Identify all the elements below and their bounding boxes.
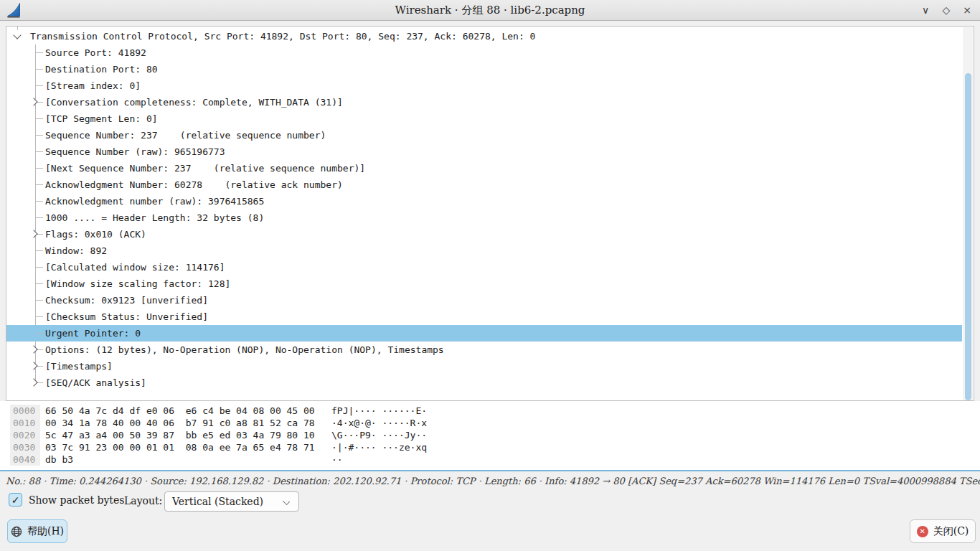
tree-row-label: 1000 .... = Header Length: 32 bytes (8) (45, 209, 264, 226)
hex-row[interactable]: 000066 50 4a 7c d4 df e0 06 e6 c4 be 04 … (0, 405, 980, 417)
tree-branch-line (36, 151, 43, 152)
show-packet-bytes-checkbox[interactable]: ✓ Show packet bytes (9, 493, 124, 507)
scrollbar-thumb[interactable] (965, 73, 971, 400)
tree-branch-line (36, 85, 43, 86)
tree-row-label: [SEQ/ACK analysis] (45, 375, 146, 391)
vertical-scrollbar[interactable] (963, 27, 973, 401)
tree-row[interactable]: Urgent Pointer: 0 (6, 325, 962, 342)
hex-bytes: 00 34 1a 78 40 00 40 06 b7 91 c0 a8 81 5… (45, 417, 315, 429)
expand-chevron-icon (29, 345, 37, 353)
help-button[interactable]: 帮助(H) (7, 519, 67, 543)
tree-row-label: [Calculated window size: 114176] (45, 259, 225, 276)
tree-branch-line (36, 283, 43, 284)
close-window-icon[interactable]: × (961, 0, 973, 21)
tree-row[interactable]: Acknowledgment Number: 60278 (relative a… (6, 176, 962, 193)
expand-chevron-icon (29, 230, 37, 237)
hex-bytes: 03 7c 91 23 00 00 01 01 08 0a ee 7a 65 e… (45, 441, 315, 453)
tree-row[interactable]: [SEQ/ACK analysis] (6, 375, 962, 391)
close-button[interactable]: ✕ 关闭(C) (910, 519, 976, 543)
tree-row-label: Sequence Number (raw): 965196773 (45, 143, 225, 160)
minimize-icon[interactable]: ∨ (920, 0, 931, 21)
hex-rows: 000066 50 4a 7c d4 df e0 06 e6 c4 be 04 … (0, 405, 980, 466)
packet-detail-tree: Transmission Control Protocol, Src Port:… (6, 26, 974, 401)
tree-row-label: Acknowledgment Number: 60278 (relative a… (45, 176, 343, 193)
tree-row[interactable]: Flags: 0x010 (ACK) (6, 226, 962, 242)
tree-branch-line (36, 267, 43, 268)
layout-label: Layout: (124, 495, 162, 507)
tree-row[interactable]: [Conversation completeness: Complete, WI… (6, 94, 962, 110)
hex-offset: 0010 (10, 417, 40, 429)
hex-offset: 0030 (10, 441, 40, 453)
tree-row[interactable]: Acknowledgment number (raw): 3976415865 (6, 193, 962, 209)
tree-row[interactable]: Destination Port: 80 (6, 61, 962, 77)
tree-branch-line (36, 316, 43, 317)
tree-branch-line (36, 217, 43, 218)
tree-branch-line (36, 52, 43, 53)
hex-bytes: 66 50 4a 7c d4 df e0 06 e6 c4 be 04 08 0… (45, 405, 315, 417)
hex-ascii: \G···P9· ····Jy·· (331, 429, 427, 441)
tree-row-label: Acknowledgment number (raw): 3976415865 (45, 193, 264, 209)
hex-row[interactable]: 001000 34 1a 78 40 00 40 06 b7 91 c0 a8 … (0, 417, 980, 429)
hex-row[interactable]: 003003 7c 91 23 00 00 01 01 08 0a ee 7a … (0, 441, 980, 453)
tree-row[interactable]: [Calculated window size: 114176] (6, 259, 962, 276)
hex-bytes: db b3 (45, 453, 73, 466)
pane-separator (0, 470, 980, 471)
hex-ascii: ·· (331, 453, 343, 466)
tree-row-label: Source Port: 41892 (45, 44, 146, 61)
tree-row[interactable]: [TCP Segment Len: 0] (6, 110, 962, 127)
help-globe-icon (11, 526, 22, 537)
tree-row-label: [TCP Segment Len: 0] (45, 110, 158, 127)
window-title: Wireshark · 分组 88 · lib6-2.pcapng (0, 0, 980, 21)
tree-row[interactable]: Source Port: 41892 (6, 44, 962, 61)
tree-row[interactable]: Window: 892 (6, 242, 962, 259)
tree-row[interactable]: 1000 .... = Header Length: 32 bytes (8) (6, 209, 962, 226)
layout-dropdown[interactable]: Vertical (Stacked) (164, 491, 299, 512)
hex-row[interactable]: 00205c 47 a3 a4 00 50 39 87 bb e5 ed 03 … (0, 429, 980, 441)
checkbox-check-icon[interactable]: ✓ (9, 493, 22, 507)
chevron-down-icon (283, 498, 290, 505)
expand-chevron-icon (13, 31, 21, 39)
hex-offset: 0040 (10, 453, 40, 466)
tree-row-label: Options: (12 bytes), No-Operation (NOP),… (45, 342, 444, 358)
tree-row-label: Transmission Control Protocol, Src Port:… (30, 28, 535, 44)
maximize-icon[interactable]: ◇ (941, 0, 952, 21)
hex-offset: 0000 (10, 405, 40, 417)
tree-row[interactable]: [Window size scaling factor: 128] (6, 276, 962, 292)
hex-ascii: ·4·x@·@· ·····R·x (331, 417, 427, 429)
tree-row-label: Destination Port: 80 (45, 61, 158, 77)
tree-row[interactable]: Sequence Number (raw): 965196773 (6, 143, 962, 160)
tree-row[interactable]: [Checksum Status: Unverified] (6, 309, 962, 325)
packet-summary-line: No.: 88 · Time: 0.244264130 · Source: 19… (6, 474, 976, 489)
tree-branch-line (36, 333, 43, 334)
expand-chevron-icon (29, 378, 37, 386)
tree-row[interactable]: [Stream index: 0] (6, 77, 962, 94)
tree-row[interactable]: [Timestamps] (6, 358, 962, 375)
hex-ascii: ·|·#···· ···ze·xq (331, 441, 427, 453)
tree-row-label: [Conversation completeness: Complete, WI… (45, 94, 343, 110)
tree-row[interactable]: Options: (12 bytes), No-Operation (NOP),… (6, 342, 962, 358)
help-button-label: 帮助(H) (27, 525, 64, 538)
expand-chevron-icon (29, 362, 37, 369)
tree-row-label: [Next Sequence Number: 237 (relative seq… (45, 160, 365, 176)
hex-row[interactable]: 0040db b3·· (0, 453, 980, 466)
tree-row-label: [Window size scaling factor: 128] (45, 276, 230, 292)
tree-rows: Transmission Control Protocol, Src Port:… (6, 27, 962, 400)
tree-row-label: Window: 892 (45, 242, 107, 259)
tree-row[interactable]: Checksum: 0x9123 [unverified] (6, 292, 962, 309)
hex-bytes: 5c 47 a3 a4 00 50 39 87 bb e5 ed 03 4a 7… (45, 429, 315, 441)
tree-row-label: [Stream index: 0] (45, 77, 141, 94)
layout-dropdown-value: Vertical (Stacked) (172, 496, 263, 507)
tree-row-label: Urgent Pointer: 0 (45, 325, 141, 342)
tree-row[interactable]: [Next Sequence Number: 237 (relative seq… (6, 160, 962, 176)
tree-row[interactable]: Transmission Control Protocol, Src Port:… (6, 28, 962, 44)
hex-offset: 0020 (10, 429, 40, 441)
tree-row-label: [Checksum Status: Unverified] (45, 309, 208, 325)
close-button-label: 关闭(C) (933, 525, 969, 538)
tree-branch-line (36, 168, 43, 169)
tree-branch-line (36, 300, 43, 301)
hex-ascii: fPJ|···· ······E· (331, 405, 427, 417)
title-bar: Wireshark · 分组 88 · lib6-2.pcapng ∨ ◇ × (0, 0, 980, 21)
tree-row[interactable]: Sequence Number: 237 (relative sequence … (6, 127, 962, 143)
tree-branch-line (36, 250, 43, 251)
tree-branch-line (36, 184, 43, 185)
